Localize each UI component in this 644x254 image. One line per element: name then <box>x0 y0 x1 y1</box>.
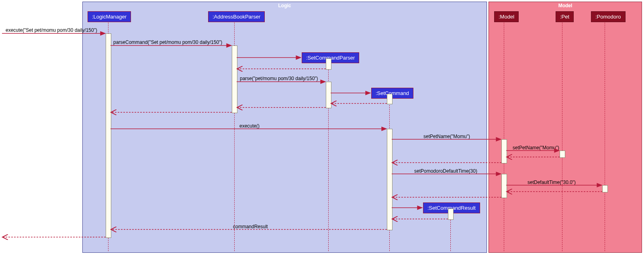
lifeline-model <box>504 23 504 251</box>
activation-addressbookparser <box>232 45 237 113</box>
msg-parsecommand: parseCommand("Set pet/momu pom/30 daily/… <box>113 39 222 45</box>
activation-setcommandparser-2 <box>326 82 331 108</box>
participant-logicmanager: :LogicManager <box>88 11 131 22</box>
msg-setpetname-2: setPetName("Momu") <box>513 145 559 151</box>
activation-setcommand-1 <box>387 94 393 104</box>
sequence-diagram: Logic Model :LogicManager :AddressBookPa… <box>0 0 644 254</box>
activation-model-1 <box>501 139 507 163</box>
activation-setcommandresult <box>448 209 454 220</box>
activation-pomodoro <box>602 185 608 192</box>
msg-setpomdef: setPomodoroDefaultTime(30) <box>414 168 477 174</box>
activation-setcommandparser-1 <box>326 58 331 70</box>
participant-pet: :Pet <box>556 11 574 22</box>
msg-setdeftime: setDefaultTime("30.0") <box>527 180 576 185</box>
participant-model: :Model <box>494 11 519 22</box>
activation-setcommand-2 <box>387 129 393 230</box>
activation-model-2 <box>501 174 507 198</box>
participant-pomodoro: :Pomodoro <box>591 11 626 22</box>
activation-pet <box>560 151 565 158</box>
msg-execute-in: execute("Set pet/momu pom/30 daily/150") <box>6 27 97 33</box>
msg-execute: execute() <box>239 123 260 129</box>
msg-commandresult: commandResult <box>233 224 268 229</box>
frame-model-label: Model <box>558 3 572 8</box>
frame-model: Model <box>489 2 642 253</box>
frame-logic-label: Logic <box>278 3 291 8</box>
lifeline-pomodoro <box>605 23 605 251</box>
participant-addressbookparser: :AddressBookParser <box>208 11 265 22</box>
activation-logicmanager <box>106 33 111 238</box>
msg-parse: parse("pet/momu pom/30 daily/150") <box>240 76 318 81</box>
msg-setpetname-1: setPetName("Momu") <box>423 134 470 139</box>
lifeline-pet <box>562 23 562 251</box>
